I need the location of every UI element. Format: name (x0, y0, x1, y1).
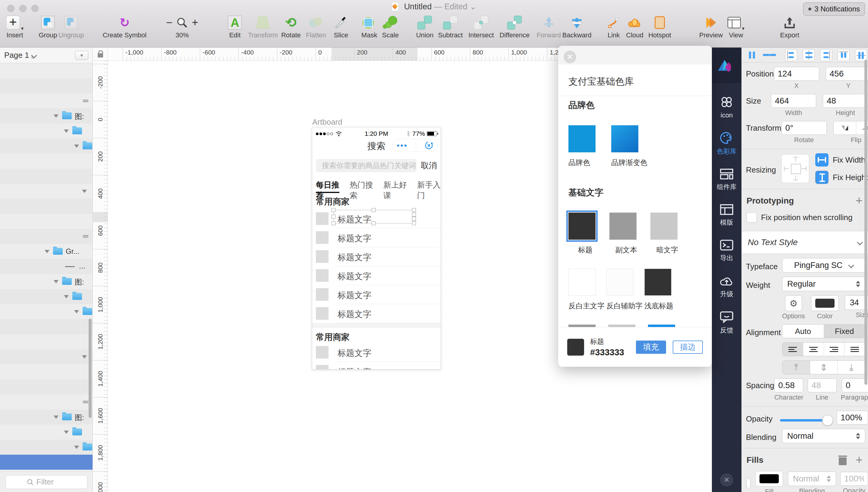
opacity-slider[interactable] (780, 419, 831, 421)
layer-row-folder[interactable]: 图: (0, 108, 93, 123)
panel-scroll-area[interactable]: 品牌色 品牌色 品牌渐变色 基础文字 标题 (558, 89, 712, 327)
flip-horizontal-button[interactable] (834, 121, 856, 134)
zoom-control[interactable]: − + 30% (161, 14, 203, 39)
fix-height-toggle[interactable] (815, 171, 828, 184)
layer-row[interactable] (0, 153, 93, 169)
layer-row[interactable] (0, 184, 93, 199)
color-swatch[interactable] (650, 213, 678, 240)
paragraph-spacing-input[interactable] (842, 378, 868, 392)
fill-opacity-input[interactable] (840, 472, 868, 486)
distribute-vertically-button[interactable] (763, 49, 776, 61)
edit-button[interactable]: A Edit (224, 14, 245, 39)
tab-hot-search[interactable]: 热门搜索 (350, 177, 373, 193)
layer-row[interactable] (0, 394, 93, 410)
notifications-button[interactable]: 3 Notifications (803, 2, 865, 16)
list-item[interactable]: 标题文字 (312, 362, 441, 369)
disclosure-triangle-icon[interactable] (54, 416, 58, 419)
disclosure-triangle-icon[interactable] (54, 280, 58, 283)
align-text-left-button[interactable] (782, 343, 803, 356)
text-options-button[interactable]: ⚙ (785, 295, 802, 311)
disclosure-triangle-icon[interactable] (74, 145, 79, 148)
close-icon[interactable]: ✕ (564, 51, 576, 63)
view-button[interactable]: ▾ View (725, 14, 747, 39)
color-swatch[interactable] (608, 325, 635, 327)
layer-row[interactable] (0, 349, 93, 364)
inspector-scrollbar[interactable] (864, 59, 867, 385)
drag-handle-icon[interactable] (83, 100, 88, 102)
color-swatch[interactable] (648, 325, 675, 327)
group-button[interactable]: Group (38, 14, 58, 39)
fill-blending-dropdown[interactable]: Normal (788, 471, 836, 486)
layer-row[interactable] (0, 379, 93, 394)
color-swatch[interactable] (568, 269, 595, 296)
position-y-input[interactable] (826, 67, 868, 81)
list-item[interactable]: 标题文字 (312, 266, 441, 285)
plugin-item-feedback[interactable]: 反馈 (712, 311, 742, 335)
layer-row-folder[interactable] (0, 440, 93, 455)
resizing-diagram[interactable] (781, 154, 809, 183)
layer-row-folder[interactable] (0, 424, 93, 440)
line-spacing-input[interactable] (808, 378, 837, 392)
layer-row-selected[interactable] (0, 455, 93, 470)
layer-row-folder[interactable] (0, 123, 93, 139)
disclosure-triangle-icon[interactable] (54, 115, 58, 118)
align-text-center-button[interactable] (803, 343, 824, 356)
drag-handle-icon[interactable] (83, 401, 88, 403)
layer-row[interactable] (0, 364, 93, 379)
align-left-button[interactable] (785, 49, 797, 61)
plugin-item-icon[interactable]: icon (712, 95, 742, 119)
fix-position-checkbox[interactable] (747, 212, 757, 222)
layer-row[interactable] (0, 93, 93, 108)
disclosure-triangle-icon[interactable] (64, 129, 69, 133)
tab-daily[interactable]: 每日推荐 (316, 177, 339, 193)
list-item[interactable]: 标题文字 (312, 304, 441, 323)
opacity-input[interactable] (837, 411, 868, 424)
plugin-close-icon[interactable]: ✕ (720, 473, 733, 487)
create-symbol-button[interactable]: ↻ Create Symbol (102, 14, 147, 39)
list-item[interactable]: 标题文字 (312, 343, 441, 362)
intersect-button[interactable]: Intersect (465, 14, 497, 39)
align-top-button[interactable] (838, 49, 850, 61)
insert-button[interactable]: +▾ Insert (4, 14, 25, 39)
layer-row-folder[interactable] (0, 289, 93, 304)
plugin-item-color-library[interactable]: 色彩库 (712, 131, 742, 156)
trash-icon[interactable] (838, 455, 847, 465)
fix-width-toggle[interactable] (815, 153, 828, 167)
color-swatch[interactable] (568, 125, 595, 152)
disclosure-triangle-icon[interactable] (64, 295, 69, 298)
add-fill-button[interactable]: + (855, 453, 863, 467)
align-right-button[interactable] (820, 49, 832, 61)
flatten-button[interactable]: Flatten (301, 14, 330, 39)
difference-button[interactable]: Difference (497, 14, 532, 39)
cancel-button[interactable]: 取消 (421, 160, 437, 171)
disclosure-triangle-icon[interactable] (82, 355, 87, 359)
height-input[interactable] (823, 94, 868, 108)
scale-button[interactable]: Scale (380, 14, 401, 39)
align-text-justify-button[interactable] (844, 343, 865, 356)
disclosure-triangle-icon[interactable] (45, 250, 49, 253)
disclosure-triangle-icon[interactable] (74, 310, 79, 314)
slice-button[interactable]: Slice (330, 14, 351, 39)
layer-row-folder[interactable] (0, 304, 93, 319)
position-x-input[interactable] (774, 67, 819, 81)
layer-row-group[interactable]: Gr... (0, 244, 93, 259)
list-item[interactable]: 标题文字 (312, 285, 441, 304)
layer-row[interactable] (0, 199, 93, 214)
align-text-bottom-button[interactable]: ⤓ (837, 361, 865, 374)
cloud-button[interactable]: Cloud (624, 14, 645, 39)
layer-row-line[interactable]: ... (0, 259, 93, 274)
slider-knob[interactable] (822, 415, 833, 426)
tab-beginner[interactable]: 新手入门 (417, 177, 441, 193)
layer-row[interactable] (0, 229, 93, 244)
preview-button[interactable]: Preview (697, 14, 725, 39)
color-swatch[interactable] (611, 125, 638, 152)
layer-row[interactable] (0, 78, 93, 93)
text-color-button[interactable] (811, 295, 839, 311)
backward-button[interactable]: Backward (561, 14, 593, 39)
fill-color-button[interactable] (755, 471, 783, 487)
list-item[interactable]: 标题文字 (312, 228, 441, 247)
plugin-item-upgrade[interactable]: 升级 (712, 275, 742, 299)
disclosure-triangle-icon[interactable] (64, 430, 69, 434)
align-text-top-button[interactable]: ⤒ (782, 361, 810, 374)
align-text-middle-button[interactable]: ⇕ (810, 361, 838, 374)
